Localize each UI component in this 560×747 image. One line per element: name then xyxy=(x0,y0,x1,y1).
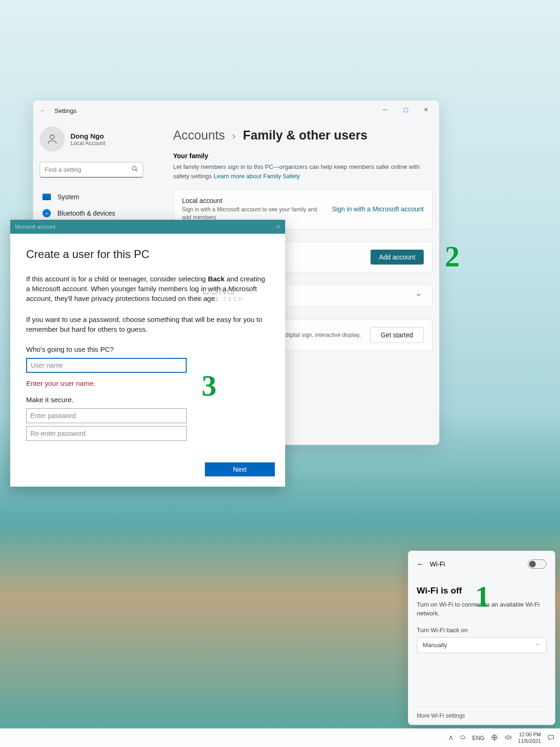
card-title: Local account xyxy=(182,197,322,204)
tray-language[interactable]: ENG xyxy=(472,735,484,741)
wifi-back-arrow-icon[interactable]: ← xyxy=(417,560,424,568)
nav-label: System xyxy=(57,193,79,201)
more-wifi-settings-link[interactable]: More Wi-Fi settings xyxy=(417,706,546,719)
dialog-title: Microsoft account xyxy=(15,224,55,230)
window-minimize-button[interactable] xyxy=(376,103,394,116)
tray-onedrive-icon[interactable] xyxy=(459,734,466,742)
wifi-flyout: ← Wi-Fi Wi-Fi is off Turn on Wi-Fi to co… xyxy=(408,551,555,725)
wifi-label: Wi-Fi xyxy=(430,560,445,568)
tray-time: 12:00 PM xyxy=(518,732,541,738)
sign-in-ms-link[interactable]: Sign in with a Microsoft account xyxy=(332,205,424,213)
family-safety-link[interactable]: Learn more about Family Safety xyxy=(214,173,300,180)
search-input[interactable]: Find a setting xyxy=(40,162,143,178)
username-placeholder: User name xyxy=(31,362,63,369)
window-close-button[interactable]: ✕ xyxy=(417,103,435,116)
annotation-2: 2 xyxy=(445,239,460,274)
taskbar: ᐱ ENG 12:00 PM 11/5/2021 xyxy=(0,728,560,747)
tray-date: 11/5/2021 xyxy=(518,738,541,744)
wifi-description: Turn on Wi-Fi to connect to an available… xyxy=(417,600,546,618)
back-arrow-icon[interactable]: ← xyxy=(40,107,46,114)
confirm-password-input[interactable]: Re-enter password xyxy=(26,426,187,441)
window-title: Settings xyxy=(55,107,77,114)
wifi-toggle[interactable] xyxy=(528,559,546,569)
secure-label: Make it secure. xyxy=(26,396,269,404)
monitor-icon xyxy=(42,194,51,200)
tray-overflow-icon[interactable]: ᐱ xyxy=(449,735,453,741)
dialog-titlebar: Microsoft account ✕ xyxy=(10,220,285,234)
add-account-button[interactable]: Add account xyxy=(371,250,424,265)
tray-network-icon[interactable] xyxy=(491,734,498,742)
chevron-down-icon xyxy=(535,642,540,649)
tray-volume-icon[interactable] xyxy=(504,734,511,742)
family-heading: Your family xyxy=(173,152,433,160)
svg-point-1 xyxy=(133,166,136,170)
dialog-heading: Create a user for this PC xyxy=(26,248,269,261)
window-maximize-button[interactable]: ▢ xyxy=(396,103,415,116)
wifi-backon-select[interactable]: Manually xyxy=(417,637,546,653)
wifi-status-heading: Wi-Fi is off xyxy=(417,586,546,596)
avatar-icon xyxy=(40,126,65,152)
username-error: Enter your user name. xyxy=(26,379,269,387)
breadcrumb-current: Family & other users xyxy=(243,128,367,142)
svg-marker-4 xyxy=(506,735,509,740)
tray-clock[interactable]: 12:00 PM 11/5/2021 xyxy=(518,732,541,744)
chevron-down-icon xyxy=(415,292,422,300)
get-started-button[interactable]: Get started xyxy=(370,327,424,343)
card-subtitle: Sign in with a Microsoft account to see … xyxy=(182,206,322,222)
profile-name: Dong Ngo xyxy=(70,132,105,140)
search-icon xyxy=(132,166,138,174)
sidebar-item-system[interactable]: System xyxy=(40,189,143,205)
dialog-paragraph-1: If this account is for a child or teenag… xyxy=(26,274,269,303)
family-description: Let family members sign in to this PC—or… xyxy=(173,162,433,181)
next-button[interactable]: Next xyxy=(205,462,275,476)
breadcrumb: Accounts › Family & other users xyxy=(173,128,433,143)
search-placeholder: Find a setting xyxy=(45,166,81,173)
user-profile[interactable]: Dong Ngo Local Account xyxy=(40,126,143,152)
svg-line-2 xyxy=(136,169,138,171)
tray-notifications-icon[interactable] xyxy=(547,734,554,742)
svg-point-0 xyxy=(50,135,55,139)
create-user-dialog: Microsoft account ✕ Create a user for th… xyxy=(10,220,285,487)
bluetooth-icon: ⌁ xyxy=(42,209,51,217)
who-label: Who's going to use this PC? xyxy=(26,345,269,353)
sidebar-item-bluetooth[interactable]: ⌁ Bluetooth & devices xyxy=(40,205,143,222)
settings-titlebar: ← Settings ▢ ✕ xyxy=(33,100,439,121)
username-input[interactable]: User name xyxy=(26,358,187,373)
nav-label: Bluetooth & devices xyxy=(57,209,115,217)
profile-subtitle: Local Account xyxy=(70,140,105,147)
dialog-paragraph-2: If you want to use a password, choose so… xyxy=(26,314,269,334)
wifi-backon-label: Turn Wi-Fi back on xyxy=(417,627,546,634)
dialog-close-button[interactable]: ✕ xyxy=(276,223,280,230)
wifi-select-value: Manually xyxy=(423,642,447,649)
breadcrumb-parent[interactable]: Accounts xyxy=(173,128,225,142)
chevron-right-icon: › xyxy=(232,130,236,142)
password-input[interactable]: Enter password xyxy=(26,408,187,423)
